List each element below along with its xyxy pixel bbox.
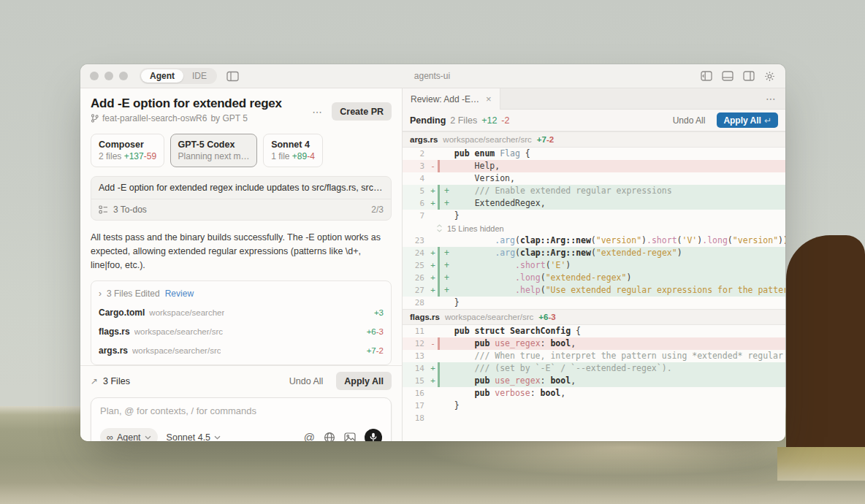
file-stats: +7-2 [367, 346, 384, 355]
diff-line: 4 Version, [403, 172, 785, 185]
branch-name: feat-parallel-search-oswR6 [102, 113, 207, 123]
infinity-icon: ∞ [107, 432, 113, 441]
agent-panel: Add -E option for extended regex feat-pa… [80, 88, 403, 441]
model-select[interactable]: Sonnet 4.5 [167, 432, 221, 441]
diff-line: 7 } [403, 210, 785, 222]
diff-line-content: } [440, 297, 785, 309]
create-pr-button[interactable]: Create PR [332, 102, 392, 121]
diff-file-header[interactable]: args.rsworkspace/searcher/src+7-2 [403, 131, 785, 148]
close-icon[interactable]: × [486, 93, 492, 104]
agent-mode-label: Agent [117, 432, 141, 441]
diff-line-content: /// (set by `-E` / `--extended-regex`). [440, 362, 785, 375]
undo-all-button[interactable]: Undo All [673, 115, 706, 126]
diff-line: 28 } [403, 297, 785, 309]
apply-all-button[interactable]: Apply All [336, 372, 392, 390]
panel-bottom-icon[interactable] [722, 71, 733, 82]
wallpaper-trees [786, 235, 865, 456]
image-icon[interactable] [344, 432, 356, 441]
hidden-lines-row[interactable]: 15 Lines hidden [403, 222, 785, 234]
review-link[interactable]: Review [165, 289, 194, 299]
minimize-window-button[interactable] [104, 72, 113, 80]
pending-label: Pending [410, 115, 446, 126]
microphone-button[interactable] [365, 429, 382, 441]
diff-line: 11 pub struct SearchConfig { [403, 325, 785, 337]
diff-line-content: + /// Enable extended regular expression… [440, 185, 785, 197]
diff-line-content: + .arg(clap::Arg::new("extended-regex") [440, 247, 785, 259]
diff-line-content: .arg(clap::Arg::new("version").short('V'… [440, 234, 785, 247]
diff-line-content: pub use_regex: bool, [440, 375, 785, 387]
file-list: Cargo.tomlworkspace/searcher+3flags.rswo… [91, 303, 391, 360]
panel-left-collapse-icon[interactable] [701, 71, 712, 82]
agent-message: All tests pass and the binary builds suc… [91, 231, 392, 272]
diff-line: 18 [403, 412, 785, 424]
file-row[interactable]: args.rsworkspace/searcher/src+7-2 [91, 341, 391, 360]
diff-line: 3- Help, [403, 160, 785, 172]
diff-line: 23 .arg(clap::Arg::new("version").short(… [403, 234, 785, 247]
diff-line-content [440, 412, 785, 424]
diff-line: 12- pub use_regex: bool, [403, 337, 785, 350]
at-mention-icon[interactable]: @ [304, 431, 315, 441]
more-options-icon[interactable]: ⋯ [766, 93, 777, 104]
diff-line-content: pub enum Flag { [440, 148, 785, 160]
app-window: Agent IDE agents-ui [80, 64, 785, 441]
todos-label: 3 To-dos [113, 205, 147, 215]
review-tabbar: Review: Add -E… × ⋯ [403, 88, 785, 110]
agent-mode-select[interactable]: ∞ Agent [100, 428, 158, 441]
settings-gear-icon[interactable] [764, 71, 775, 82]
arrow-up-right-icon: ↗ [91, 376, 98, 386]
chevron-right-icon[interactable]: › [99, 289, 102, 299]
pending-files-count: 2 Files [450, 115, 477, 126]
git-branch-icon [91, 114, 99, 123]
agent-card[interactable]: Composer2 files +137-59 [91, 134, 164, 167]
diff-line: 26++ .long("extended-regex") [403, 272, 785, 284]
agent-card-name: Sonnet 4 [271, 140, 315, 150]
composer-box[interactable]: Plan, @ for contexts, / for commands ∞ A… [91, 397, 392, 441]
chevron-down-icon [214, 435, 221, 440]
diff-line: 15+ pub use_regex: bool, [403, 375, 785, 387]
files-count-label[interactable]: 3 Files [103, 376, 130, 386]
diff-line-content: pub verbose: bool, [440, 387, 785, 400]
diff-line: 5++ /// Enable extended regular expressi… [403, 185, 785, 197]
agent-card[interactable]: Sonnet 41 file +89-4 [263, 134, 323, 167]
sidebar-toggle-icon[interactable] [226, 71, 239, 82]
diff-line: 25++ .short('E') [403, 259, 785, 272]
apply-all-label: Apply All [723, 115, 761, 126]
panel-right-icon[interactable] [743, 71, 755, 82]
review-panel: Review: Add -E… × ⋯ Pending 2 Files +12 … [403, 88, 785, 441]
agent-card-meta: 2 files +137-59 [99, 151, 156, 161]
diff-line: 16 pub verbose: bool, [403, 387, 785, 400]
traffic-lights [90, 72, 128, 80]
file-stats: +6-3 [367, 327, 384, 336]
diff-line-content: } [440, 400, 785, 412]
model-label: Sonnet 4.5 [167, 432, 210, 441]
tab-ide[interactable]: IDE [183, 69, 216, 83]
zoom-window-button[interactable] [119, 72, 128, 80]
todos-progress: 2/3 [371, 205, 384, 215]
tab-review[interactable]: Review: Add -E… × [403, 88, 500, 110]
close-window-button[interactable] [90, 72, 99, 80]
more-options-icon[interactable]: ⋯ [312, 106, 323, 118]
branch-author: by GPT 5 [210, 113, 247, 123]
agent-card-name: GPT-5 Codex [178, 140, 250, 150]
file-row[interactable]: flags.rsworkspace/searcher/src+6-3 [91, 322, 391, 341]
diff-line-content: /// When true, interpret the pattern usi… [440, 350, 785, 362]
composer-input[interactable]: Plan, @ for contexts, / for commands [100, 405, 382, 416]
undo-all-button[interactable]: Undo All [289, 376, 324, 386]
files-edited-label: 3 Files Edited [107, 289, 160, 299]
diff-line-content: Version, [440, 172, 785, 185]
pending-deletions: -2 [501, 115, 509, 126]
file-row[interactable]: Cargo.tomlworkspace/searcher+3 [91, 303, 391, 322]
agent-cards: Composer2 files +137-59GPT-5 CodexPlanni… [91, 134, 392, 167]
apply-bar: ↗ 3 Files Undo All Apply All [91, 366, 392, 396]
apply-all-button[interactable]: Apply All ↵ [717, 112, 778, 128]
globe-icon[interactable] [324, 432, 335, 441]
diff-line-content: pub struct SearchConfig { [440, 325, 785, 337]
diff-file-header[interactable]: flags.rsworkspace/searcher/src+6-3 [403, 309, 785, 325]
agent-card[interactable]: GPT-5 CodexPlanning next m… [170, 134, 257, 167]
diff-line-content: Help, [440, 160, 785, 172]
unfold-icon [436, 224, 443, 232]
tab-agent[interactable]: Agent [141, 69, 183, 83]
task-box[interactable]: Add -E option for extended regex include… [91, 176, 392, 221]
diff-file-stats: +6-3 [538, 313, 555, 321]
agent-card-meta: Planning next m… [178, 151, 250, 161]
